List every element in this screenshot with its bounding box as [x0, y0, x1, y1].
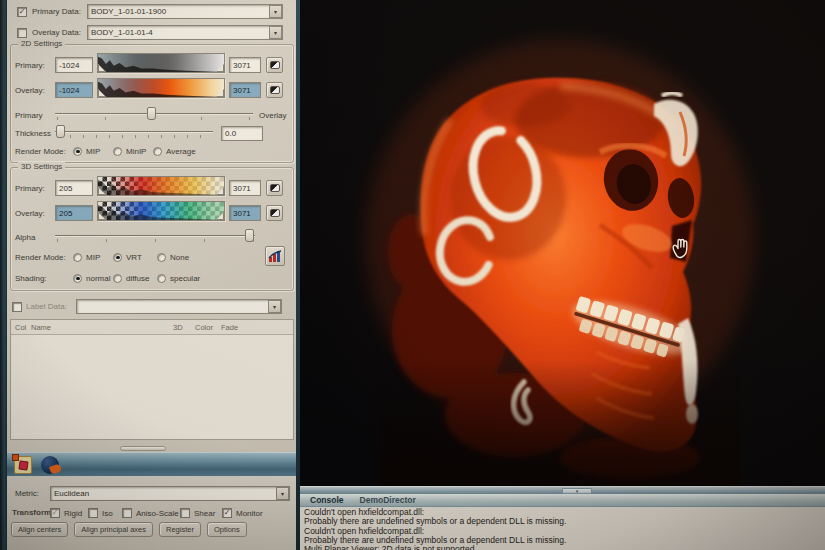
2d-overlay-min-field[interactable]: -1024 [55, 82, 93, 98]
radio-label: normal [86, 274, 110, 283]
label-table-header: Col Name 3D Color Fade [11, 320, 293, 335]
overlay-data-combobox[interactable]: BODY_1-01-01-4 ▾ [87, 25, 283, 40]
primary-data-row: ✓ Primary Data: BODY_1-01-01-1900 ▾ [7, 4, 298, 19]
alpha-slider[interactable] [55, 230, 255, 244]
panel-splitter-handle[interactable] [120, 446, 166, 451]
2d-overlay-colormap[interactable] [97, 78, 225, 98]
radio-normal[interactable]: normal [73, 271, 110, 285]
overlay-data-row: Overlay Data: BODY_1-01-01-4 ▾ [7, 25, 298, 40]
colormap-button[interactable] [266, 57, 283, 73]
align-centers-button[interactable]: Align centers [11, 522, 68, 537]
metric-combobox[interactable]: Euclidean ▾ [50, 486, 290, 501]
viewport-console-splitter[interactable]: ▾ [300, 486, 825, 494]
label-table[interactable]: Col Name 3D Color Fade [10, 319, 294, 440]
slider-track [55, 131, 213, 132]
shading-label: Shading: [15, 274, 47, 283]
2d-primary-min-field[interactable]: -1024 [55, 57, 93, 73]
thickness-label: Thickness [15, 129, 53, 138]
3d-primary-max-field[interactable]: 3071 [229, 180, 261, 196]
registration-panel: Metric: Euclidean ▾ Transform: ✓Rigid Is… [7, 476, 300, 550]
radio-icon [73, 253, 82, 262]
checkbox-aniso-scale[interactable]: Aniso-Scale [122, 506, 179, 520]
thickness-slider[interactable] [55, 126, 213, 140]
2d-primary-colormap[interactable] [97, 53, 225, 73]
blend-left-label: Primary [15, 111, 53, 120]
radio-specular[interactable]: specular [157, 271, 200, 285]
dropdown-arrow-icon[interactable]: ▾ [269, 5, 282, 18]
tab-demodirector[interactable]: DemoDirector [360, 495, 416, 505]
thickness-slider-thumb[interactable] [56, 125, 65, 138]
transform-row: Transform: ✓Rigid Iso Aniso-Scale Shear … [7, 506, 300, 518]
registration-titlebar[interactable] [7, 452, 300, 476]
console-titlebar: Console DemoDirector [300, 494, 825, 507]
options-button[interactable]: Options [207, 522, 247, 537]
thickness-value-field[interactable]: 0.0 [221, 126, 263, 141]
console-line: Multi Planar Viewer: 2D data is not supp… [304, 545, 825, 550]
console-output[interactable]: Couldn't open hxfieldcompat.dll: Probabl… [300, 507, 825, 550]
3d-primary-colormap[interactable] [97, 176, 225, 196]
radio-vrt[interactable]: VRT [113, 250, 142, 264]
registration-buttons-row: Align centers Align principal axes Regis… [11, 521, 247, 538]
window-frame-left [0, 0, 7, 550]
checkbox-label: Monitor [236, 509, 263, 518]
col-header-col[interactable]: Col [11, 323, 31, 332]
checkbox-monitor[interactable]: ✓Monitor [222, 506, 263, 520]
3d-overlay-min-field[interactable]: 205 [55, 205, 93, 221]
radio-diffuse[interactable]: diffuse [113, 271, 149, 285]
3d-render-mode-row: Render Mode: MIP VRT None [11, 250, 293, 264]
dropdown-arrow-icon[interactable]: ▾ [268, 300, 281, 313]
col-header-fade[interactable]: Fade [221, 323, 238, 332]
primary-data-checkbox[interactable]: ✓ [17, 7, 27, 17]
radio-label: None [170, 253, 189, 262]
col-header-color[interactable]: Color [195, 323, 221, 332]
radio-mip-3d[interactable]: MIP [73, 250, 100, 264]
checkbox-icon [180, 508, 190, 518]
label-data-checkbox[interactable] [12, 302, 22, 312]
col-header-3d[interactable]: 3D [173, 323, 195, 332]
radio-minip[interactable]: MinIP [113, 144, 146, 158]
group-3d-settings: 3D Settings Primary: 205 3071 Overlay: 2… [10, 167, 294, 291]
thickness-row: Thickness 0.0 [11, 125, 293, 141]
histogram-curve [98, 79, 224, 97]
3d-primary-min-field[interactable]: 205 [55, 180, 93, 196]
radio-average[interactable]: Average [153, 144, 196, 158]
overlay-data-checkbox[interactable] [17, 28, 27, 38]
align-principal-axes-button[interactable]: Align principal axes [74, 522, 153, 537]
label-data-combobox[interactable]: ▾ [76, 299, 282, 314]
colormap-button[interactable] [266, 205, 283, 221]
register-button[interactable]: Register [159, 522, 201, 537]
3d-overlay-colormap[interactable] [97, 201, 225, 221]
tab-console[interactable]: Console [310, 495, 344, 505]
checkbox-icon [88, 508, 98, 518]
primary-data-value: BODY_1-01-01-1900 [88, 7, 269, 16]
radio-none[interactable]: None [157, 250, 189, 264]
radio-icon [157, 274, 166, 283]
dropdown-arrow-icon[interactable]: ▾ [276, 487, 289, 500]
checkbox-iso[interactable]: Iso [88, 506, 113, 520]
blend-slider-thumb[interactable] [147, 107, 156, 120]
viewport-3d[interactable] [300, 0, 825, 486]
2d-primary-max-field[interactable]: 3071 [229, 57, 261, 73]
3d-overlay-label: Overlay: [15, 209, 55, 218]
3d-overlay-max-row: 3071 [229, 203, 283, 223]
radio-label: MIP [86, 147, 100, 156]
col-header-name[interactable]: Name [31, 323, 173, 332]
blend-slider[interactable] [55, 108, 253, 122]
label-data-label: Label Data: [26, 302, 74, 311]
radio-mip[interactable]: MIP [73, 144, 100, 158]
colormap-button[interactable] [266, 180, 283, 196]
alpha-slider-thumb[interactable] [245, 229, 254, 242]
group-2d-title: 2D Settings [18, 39, 65, 48]
transfer-function-editor-button[interactable] [265, 246, 285, 266]
colormap-button[interactable] [266, 82, 283, 98]
3d-overlay-max-field[interactable]: 3071 [229, 205, 261, 221]
dropdown-arrow-icon[interactable]: ▾ [269, 26, 282, 39]
checkbox-shear[interactable]: Shear [180, 506, 215, 520]
2d-overlay-max-field[interactable]: 3071 [229, 82, 261, 98]
colormap-icon [270, 184, 280, 192]
2d-primary-label: Primary: [15, 61, 55, 70]
module-icon[interactable] [14, 456, 32, 474]
checkbox-rigid[interactable]: ✓Rigid [50, 506, 82, 520]
metric-row: Metric: Euclidean ▾ [7, 486, 300, 501]
primary-data-combobox[interactable]: BODY_1-01-01-1900 ▾ [87, 4, 283, 19]
